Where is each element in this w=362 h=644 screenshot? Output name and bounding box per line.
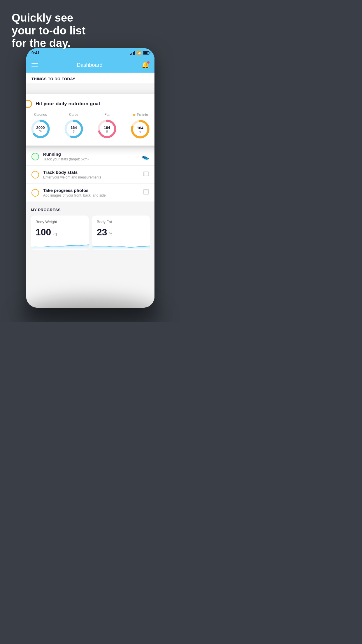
my-progress-section: MY PROGRESS Body Weight 100 kg [26,202,154,255]
nutrition-card-title: Hit your daily nutrition goal [36,101,100,107]
calories-ring: Calories 2000 cal [30,113,51,139]
battery-icon [143,51,149,55]
todo-circle-running [31,153,39,160]
phone-content: THINGS TO DO TODAY Hit your daily nutrit… [26,73,154,308]
todo-subtitle-photos: Add images of your front, back, and side [43,193,139,197]
fat-ring-svg: 164 g [96,118,117,139]
todo-subtitle-running: Track your stats (target: 5km) [43,157,138,161]
status-time: 9:41 [31,50,40,55]
nutrition-rings: Calories 2000 cal Carbs [26,113,154,140]
nutrition-card-header: Hit your daily nutrition goal [26,100,154,108]
body-weight-unit: kg [52,232,57,236]
calories-label: Calories [34,113,47,117]
svg-point-19 [145,191,147,193]
wifi-icon: 📶 [137,51,141,55]
body-weight-chart [31,241,89,250]
protein-ring-svg: 164 g [130,119,151,140]
progress-cards: Body Weight 100 kg [31,216,150,250]
status-icons: 📶 [130,51,149,55]
carbs-label: Carbs [69,113,78,117]
fat-label: Fat [104,113,109,117]
body-fat-chart [92,241,150,250]
carbs-ring: Carbs 164 g [63,113,84,139]
menu-button[interactable] [31,63,38,67]
todo-item-photos[interactable]: Take progress photos Add images of your … [26,184,154,202]
todo-circle-photos [31,189,39,197]
svg-text:g: g [139,130,141,133]
todo-circle-body-stats [31,171,39,178]
things-today-section: THINGS TO DO TODAY [26,73,154,83]
body-weight-card-title: Body Weight [36,220,84,224]
svg-text:g: g [73,130,75,133]
svg-text:cal: cal [39,130,43,133]
svg-rect-16 [143,172,149,176]
todo-list: Running Track your stats (target: 5km) 👟… [26,148,154,202]
signal-icon [130,51,135,55]
app-header: Dashboard 🔔 [26,57,154,73]
body-fat-card-title: Body Fat [97,220,145,224]
my-progress-title: MY PROGRESS [31,208,150,212]
body-fat-unit: % [109,232,112,236]
body-fat-card[interactable]: Body Fat 23 % [92,216,150,250]
hero-text: Quickly see your to-do list for the day. [12,12,85,50]
todo-title-running: Running [43,152,138,157]
svg-text:g: g [106,130,108,133]
todo-title-body-stats: Track body stats [43,170,139,175]
carbs-ring-svg: 164 g [63,118,84,139]
svg-rect-18 [143,190,149,194]
calories-ring-svg: 2000 cal [30,118,51,139]
nutrition-check-circle[interactable] [26,100,32,108]
phone-frame: 9:41 📶 Dashboard 🔔 THINGS TO [26,48,154,308]
body-fat-value: 23 [97,227,107,238]
photo-icon [143,189,149,197]
notification-badge [147,61,150,64]
nutrition-card: Hit your daily nutrition goal Calories 2… [26,94,154,146]
star-icon: ★ [132,113,136,117]
protein-label: ★ Protein [132,113,148,117]
header-title: Dashboard [77,62,102,68]
todo-title-photos: Take progress photos [43,188,139,193]
body-weight-card[interactable]: Body Weight 100 kg [31,216,89,250]
running-icon: 👟 [142,153,149,160]
fat-ring: Fat 164 g [96,113,117,139]
todo-subtitle-body-stats: Enter your weight and measurements [43,175,139,179]
todo-item-running[interactable]: Running Track your stats (target: 5km) 👟 [26,148,154,166]
todo-item-body-stats[interactable]: Track body stats Enter your weight and m… [26,166,154,184]
protein-ring: ★ Protein 164 g [130,113,151,140]
body-weight-value: 100 [36,227,51,238]
things-today-title: THINGS TO DO TODAY [31,77,149,81]
scale-icon [143,171,149,178]
notification-button[interactable]: 🔔 [141,61,149,69]
